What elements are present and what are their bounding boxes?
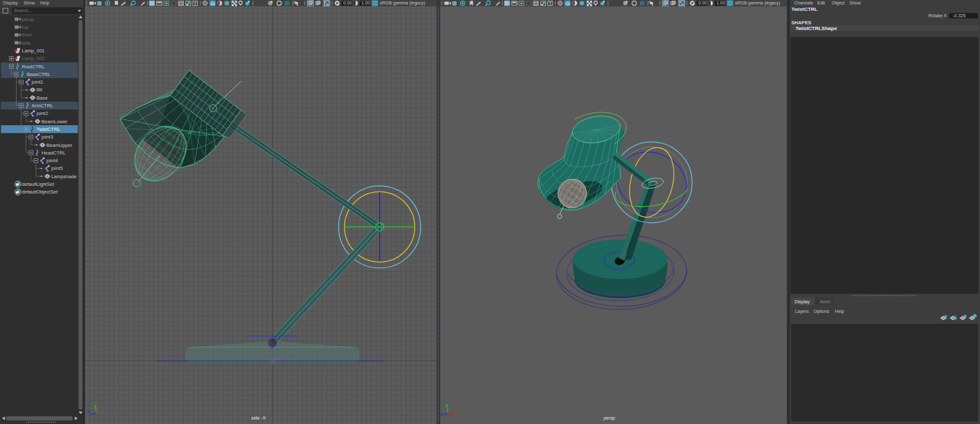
svg-text:top: top	[22, 24, 29, 30]
svg-text:Bit: Bit	[36, 87, 43, 93]
svg-text:BeamUpper: BeamUpper	[47, 142, 73, 148]
svg-text:y: y	[446, 403, 449, 408]
svg-text:sRGB gamma (legacy): sRGB gamma (legacy)	[380, 1, 426, 6]
svg-text:joint2: joint2	[36, 110, 48, 116]
svg-text:TwistCTRL: TwistCTRL	[791, 6, 817, 12]
svg-text:joint1: joint1	[31, 79, 43, 85]
svg-text:Search...: Search...	[14, 8, 32, 13]
svg-text:persp: persp	[604, 415, 615, 421]
svg-text:side: side	[22, 40, 31, 46]
svg-text:TwistCTRL: TwistCTRL	[36, 126, 60, 132]
svg-text:z: z	[87, 409, 90, 414]
svg-text:joint5: joint5	[50, 165, 63, 171]
svg-text:T: T	[194, 1, 197, 6]
svg-text:Base: Base	[36, 95, 47, 101]
svg-text:joint4: joint4	[46, 158, 58, 163]
svg-text:Display: Display	[795, 299, 810, 305]
svg-text:Lamp_002: Lamp_002	[22, 56, 45, 61]
svg-text:Show: Show	[24, 1, 35, 5]
svg-text:y: y	[94, 404, 97, 409]
svg-text:Object: Object	[832, 1, 845, 6]
svg-text:joint3: joint3	[41, 134, 53, 140]
svg-text:defaultObjectSet: defaultObjectSet	[22, 189, 58, 195]
svg-text:front: front	[22, 32, 32, 38]
svg-text:x: x	[453, 411, 456, 415]
svg-text:side -X: side -X	[251, 415, 266, 421]
svg-text:TwistCTRLShape: TwistCTRLShape	[796, 26, 838, 31]
svg-text:Help: Help	[40, 1, 50, 6]
svg-text:Help: Help	[835, 308, 845, 314]
svg-text:x: x	[94, 410, 97, 414]
svg-text:SHAPES: SHAPES	[791, 20, 811, 26]
svg-text:Channels: Channels	[794, 1, 813, 5]
svg-text:ArmCTRL: ArmCTRL	[32, 103, 54, 109]
svg-text:Options: Options	[813, 308, 829, 314]
svg-text:sRGB gamma (legacy): sRGB gamma (legacy)	[735, 1, 780, 6]
svg-text:Display: Display	[3, 1, 18, 6]
svg-text:BaseCTRL: BaseCTRL	[27, 72, 50, 77]
svg-text:Layers: Layers	[795, 308, 809, 314]
svg-text:0.00: 0.00	[699, 1, 707, 5]
svg-text:T: T	[549, 1, 552, 6]
svg-text:RootCTRL: RootCTRL	[22, 64, 45, 70]
svg-text:persp: persp	[22, 17, 34, 22]
svg-text:-0.325: -0.325	[953, 13, 966, 18]
svg-text:Lamp_001: Lamp_001	[22, 48, 45, 54]
svg-text:BeamLower: BeamLower	[41, 119, 68, 125]
svg-text:Lampshade: Lampshade	[51, 174, 77, 179]
svg-text:Show: Show	[850, 1, 861, 5]
svg-text:HeadCTRL: HeadCTRL	[41, 150, 66, 156]
svg-text:z: z	[441, 412, 443, 416]
svg-text:Edit: Edit	[817, 1, 825, 5]
svg-text:0.00: 0.00	[343, 1, 352, 5]
svg-text:1.00: 1.00	[716, 1, 725, 5]
svg-text:Anim: Anim	[820, 299, 830, 305]
svg-text:1.00: 1.00	[362, 1, 370, 5]
svg-text:Rotate X: Rotate X	[928, 13, 947, 19]
svg-text:defaultLightSet: defaultLightSet	[22, 181, 55, 187]
